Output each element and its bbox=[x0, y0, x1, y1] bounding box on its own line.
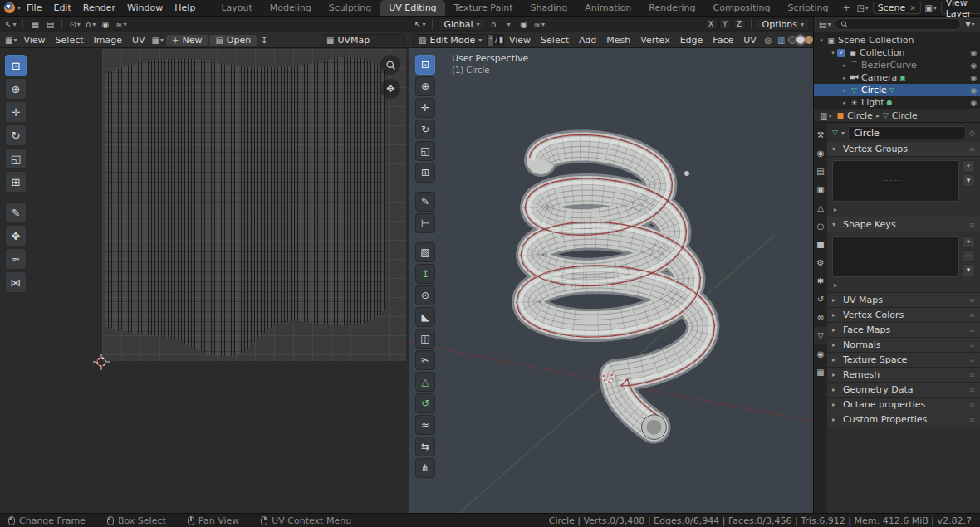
mirror-y-toggle[interactable]: Y bbox=[719, 18, 732, 30]
scene-browse-icon[interactable]: ◳▾ bbox=[856, 2, 870, 14]
vp-tool-extrude-region[interactable]: ↥ bbox=[415, 264, 435, 284]
panel-grip-icon[interactable]: ≡ bbox=[968, 416, 975, 424]
tab-uv-editing[interactable]: UV Editing bbox=[380, 0, 444, 16]
snap-icon[interactable]: ∩▾ bbox=[84, 18, 97, 31]
uv-tool-sculpt-grab[interactable]: ✥ bbox=[5, 225, 27, 246]
tab-texture-paint[interactable]: Texture Paint bbox=[446, 0, 522, 16]
ptab-world-icon[interactable]: ○ bbox=[814, 217, 827, 235]
panel-header-shape-keys[interactable]: ▾Shape Keys≡ bbox=[827, 217, 980, 232]
vp-menu-select[interactable]: Select bbox=[536, 35, 574, 46]
eye-icon[interactable]: ◉ bbox=[970, 86, 977, 95]
tab-modeling[interactable]: Modeling bbox=[262, 0, 320, 16]
vp-menu-mesh[interactable]: Mesh bbox=[601, 35, 635, 46]
uv-tool-sculpt-pinch[interactable]: ⋈ bbox=[5, 271, 27, 293]
viewport-canvas[interactable]: User Perspective (1) Circle ⊡ ⊕ ✛ ↻ ◱ ⊞ … bbox=[409, 48, 813, 513]
panel-header-custom-properties[interactable]: ▸Custom Properties≡ bbox=[827, 412, 980, 427]
eye-icon[interactable]: ◉ bbox=[970, 61, 977, 70]
snap-settings-caret-icon[interactable]: ▾ bbox=[502, 18, 516, 31]
outliner-row-beziercurve[interactable]: ▸ ⌒ BezierCurve ◉ bbox=[814, 59, 980, 71]
uv-tool-annotate[interactable]: ✎ bbox=[5, 202, 27, 223]
panel-grip-icon[interactable]: ≡ bbox=[968, 296, 975, 305]
collection-checkbox[interactable]: ✓ bbox=[837, 49, 845, 57]
pivot-point-icon[interactable]: ⊙▾ bbox=[67, 18, 81, 31]
uv-tool-select-box[interactable]: ⊡ bbox=[5, 55, 27, 76]
vp-menu-add[interactable]: Add bbox=[574, 35, 601, 46]
face-select-mode-button[interactable]: ▮ bbox=[498, 34, 504, 46]
panel-header-vertex-colors[interactable]: ▸Vertex Colors≡ bbox=[827, 308, 980, 323]
ptab-modifiers-icon[interactable]: ⚙ bbox=[814, 254, 827, 271]
shading-wireframe-icon[interactable] bbox=[788, 36, 796, 44]
uv-menu-uv[interactable]: UV bbox=[127, 35, 150, 46]
uv-display-channel-icon[interactable]: ▦ bbox=[28, 18, 42, 31]
vp-tool-move[interactable]: ✛ bbox=[415, 98, 435, 118]
ptab-texture-icon[interactable]: ▦ bbox=[814, 364, 827, 381]
outliner-row-collection[interactable]: ▾ ✓ ▣ Collection ◉ bbox=[814, 46, 980, 59]
remove-shape-key-button[interactable]: − bbox=[962, 250, 975, 262]
panel-grip-icon[interactable]: ≡ bbox=[968, 401, 975, 409]
panel-grip-icon[interactable]: ≡ bbox=[968, 371, 975, 379]
panel-header-octane-properties[interactable]: ▸Octane properties≡ bbox=[827, 398, 980, 412]
tab-compositing[interactable]: Compositing bbox=[705, 0, 779, 16]
ptab-view-layer-icon[interactable]: ▣ bbox=[814, 181, 827, 198]
mode-dropdown[interactable]: ▧Edit Mode▾ bbox=[413, 34, 488, 46]
tab-animation[interactable]: Animation bbox=[576, 0, 639, 16]
panel-grip-icon[interactable]: ≡ bbox=[968, 356, 975, 364]
shading-material-icon[interactable] bbox=[805, 36, 813, 44]
uv-display-repeat-icon[interactable]: ▤ bbox=[43, 18, 56, 31]
panel-header-remesh[interactable]: ▸Remesh≡ bbox=[827, 368, 980, 383]
uv-active-tool-icon[interactable]: ↖▾ bbox=[3, 18, 17, 31]
disclosure-icon[interactable]: ▸ bbox=[840, 75, 849, 81]
vp-tool-measure[interactable]: ⊢ bbox=[415, 213, 435, 233]
image-browse-icon[interactable]: ▦▾ bbox=[150, 34, 165, 46]
uv-tool-rotate[interactable]: ↻ bbox=[5, 124, 27, 146]
ptab-material-icon[interactable]: ◉ bbox=[814, 345, 827, 363]
vp-falloff-icon[interactable]: ≈▾ bbox=[532, 18, 546, 31]
outliner-row-camera[interactable]: ▸ Camera ▣ ◉ bbox=[814, 71, 980, 84]
outliner-row-circle[interactable]: ▸ ▽ Circle ▽ ◉ bbox=[814, 84, 980, 96]
eye-icon[interactable]: ◉ bbox=[970, 49, 977, 57]
tab-rendering[interactable]: Rendering bbox=[640, 0, 703, 16]
view-layer-browse-icon[interactable]: ▣▾ bbox=[924, 2, 938, 14]
mirror-z-toggle[interactable]: Z bbox=[733, 18, 746, 30]
vp-tool-inset-faces[interactable]: ⊙ bbox=[415, 285, 435, 305]
vp-tool-select-box[interactable]: ⊡ bbox=[415, 55, 435, 75]
ptab-object-icon[interactable]: ■ bbox=[814, 236, 827, 253]
panel-grip-icon[interactable]: ≡ bbox=[968, 311, 975, 320]
filter-funnel-icon[interactable]: ▼▾ bbox=[963, 18, 977, 31]
eye-icon[interactable]: ◉ bbox=[970, 99, 977, 107]
vp-tool-rotate[interactable]: ↻ bbox=[415, 120, 435, 139]
vp-tool-edge-slide[interactable]: ⇆ bbox=[415, 437, 435, 456]
vp-tool-transform[interactable]: ⊞ bbox=[415, 163, 435, 183]
vp-tool-smooth[interactable]: ≈ bbox=[415, 415, 435, 435]
vp-tool-bevel[interactable]: ◣ bbox=[415, 307, 435, 327]
blender-logo-icon[interactable] bbox=[4, 2, 15, 13]
shading-solid-icon[interactable] bbox=[796, 36, 805, 44]
menu-file[interactable]: File bbox=[21, 2, 47, 13]
ptab-particles-icon[interactable]: ✱ bbox=[814, 272, 827, 290]
vp-menu-uv[interactable]: UV bbox=[738, 35, 762, 46]
uv-tool-cursor[interactable]: ⊕ bbox=[5, 78, 27, 100]
menu-window[interactable]: Window bbox=[121, 2, 169, 13]
add-workspace-button[interactable]: + bbox=[837, 0, 855, 16]
snap-magnet-icon[interactable]: ∩ bbox=[488, 18, 501, 31]
panel-grip-icon[interactable]: ≡ bbox=[968, 386, 975, 394]
panel-grip-icon[interactable]: ≡ bbox=[968, 341, 975, 349]
vp-menu-face[interactable]: Face bbox=[708, 35, 738, 46]
uvmap-selector[interactable]: ▦UVMap bbox=[321, 34, 405, 46]
vp-tool-add-cube[interactable]: ▧ bbox=[415, 242, 435, 262]
ptab-render-icon[interactable]: ◉ bbox=[814, 144, 827, 162]
shape-keys-list[interactable] bbox=[832, 236, 959, 277]
outliner-row-light[interactable]: ▸ ☀ Light ● ◉ bbox=[814, 96, 980, 109]
tab-layout[interactable]: Layout bbox=[213, 0, 260, 16]
vp-proportional-editing-icon[interactable]: ◉ bbox=[517, 18, 531, 31]
uv-tool-sculpt-relax[interactable]: ≈ bbox=[5, 248, 27, 270]
vp-tool-annotate[interactable]: ✎ bbox=[415, 192, 435, 212]
outliner-row-scene-collection[interactable]: ▾ ▣ Scene Collection bbox=[814, 34, 980, 46]
vp-tool-poly-build[interactable]: △ bbox=[415, 372, 435, 392]
uv-tool-scale[interactable]: ◱ bbox=[5, 148, 27, 169]
proportional-editing-icon[interactable]: ◉ bbox=[99, 18, 112, 31]
shape-key-specials-button[interactable]: ▾ bbox=[962, 264, 975, 276]
show-overlays-icon[interactable]: ◎ bbox=[762, 34, 775, 46]
panel-header-texture-space[interactable]: ▸Texture Space≡ bbox=[827, 353, 980, 368]
panel-header-vertex-groups[interactable]: ▾Vertex Groups≡ bbox=[827, 142, 980, 157]
